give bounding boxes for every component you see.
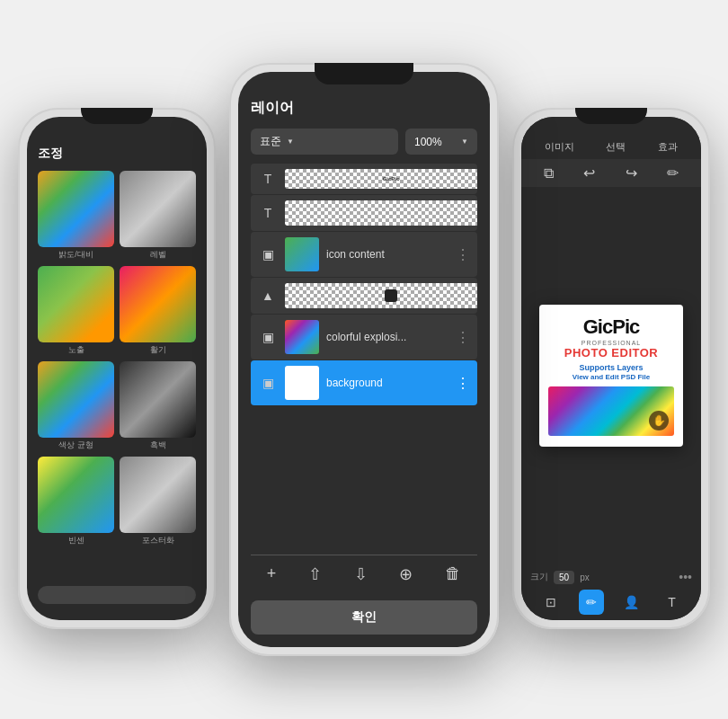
exposure-tool[interactable]: [38, 266, 114, 342]
size-value[interactable]: 50: [554, 571, 574, 584]
size-unit: px: [580, 573, 590, 582]
mode-dropdown-arrow: ▼: [287, 138, 294, 146]
right-screen: 이미지 선택 효과 ⧉ ↩ ↪ ✏ GicPic PROFESSIONAL PH…: [521, 117, 701, 620]
mode-dropdown[interactable]: 표준 ▼: [251, 129, 398, 155]
photo-editor-label: PHOTO EDITOR: [548, 346, 674, 360]
color-splash: ✋: [548, 386, 674, 436]
levels-tool[interactable]: [120, 171, 196, 247]
left-screen: 조정 밝도/대비 레벨 노출: [27, 117, 207, 620]
person-icon[interactable]: 👤: [619, 590, 644, 615]
move-down-button[interactable]: ⇩: [354, 564, 368, 584]
layer-type-icon: ▣: [258, 244, 278, 264]
left-notch: [81, 108, 153, 124]
nav-select[interactable]: 선택: [606, 140, 626, 154]
left-title: 조정: [38, 146, 196, 162]
layer-type-icon: ▣: [258, 373, 278, 393]
confirm-button[interactable]: 확인: [251, 600, 477, 635]
supports-layers-label: Supports Layers: [548, 363, 674, 372]
right-phone: 이미지 선택 효과 ⧉ ↩ ↪ ✏ GicPic PROFESSIONAL PH…: [512, 108, 710, 629]
crop-icon[interactable]: ⊡: [538, 590, 564, 615]
layer-thumbnail: GicPic: [285, 169, 477, 189]
dropdown-row: 표준 ▼ 100% ▼: [251, 129, 477, 155]
layer-thumbnail: [285, 237, 319, 271]
redo-icon[interactable]: ↪: [626, 164, 637, 182]
layer-thumbnail: [285, 200, 477, 226]
more-options-icon[interactable]: •••: [679, 570, 692, 584]
right-bottom-panel: 크기 50 px ••• ⊡ ✏ 👤 T: [521, 564, 701, 620]
layers-icon[interactable]: ⧉: [544, 165, 554, 182]
list-item[interactable]: 활기: [120, 266, 196, 356]
center-screen: 레이어 표준 ▼ 100% ▼ T G: [238, 72, 490, 647]
canvas-area: GicPic PROFESSIONAL PHOTO EDITOR Support…: [521, 187, 701, 564]
professional-label: PROFESSIONAL: [548, 340, 674, 346]
layer-type-icon: T: [258, 203, 278, 223]
vignette-tool[interactable]: [38, 457, 114, 533]
right-notch: [575, 108, 647, 124]
layer-rounded-rect[interactable]: ▲ rounded rectan... ⋮: [251, 278, 477, 314]
tools-grid: 밝도/대비 레벨 노출 활기: [38, 171, 196, 546]
list-item[interactable]: 포스터화: [120, 457, 196, 546]
layer-type-icon: ▲: [258, 286, 278, 306]
layer-thumbnail: [285, 283, 477, 308]
list-item[interactable]: 흑백: [120, 361, 196, 451]
scene: 조정 밝도/대비 레벨 노출: [0, 0, 728, 719]
layer-name: background: [326, 377, 448, 389]
delete-button[interactable]: 🗑: [445, 564, 461, 584]
list-item[interactable]: 밝도/대비: [38, 171, 114, 261]
text-icon[interactable]: T: [660, 590, 685, 615]
bw-tool[interactable]: [120, 361, 196, 438]
gicpic-card: GicPic PROFESSIONAL PHOTO EDITOR Support…: [539, 305, 683, 447]
layer-more-icon[interactable]: ⋮: [456, 375, 470, 392]
layer-gicpic[interactable]: T GicPic GicPic ⋮: [251, 164, 477, 194]
list-item[interactable]: 빈센: [38, 457, 114, 546]
hand-icon[interactable]: ✋: [649, 411, 669, 431]
center-notch: [315, 63, 413, 84]
layer-name: colorful explosi...: [326, 331, 448, 343]
nav-effects[interactable]: 효과: [658, 140, 678, 154]
view-edit-label: View and Edit PSD File: [548, 373, 674, 381]
layer-type-icon: ▣: [258, 327, 278, 347]
left-bottom-bar: [38, 586, 196, 604]
pencil-icon[interactable]: ✏: [579, 590, 604, 615]
layer-actions: + ⇧ ⇩ ⊕ 🗑: [251, 555, 477, 593]
nav-image[interactable]: 이미지: [545, 140, 574, 154]
layer-more-icon[interactable]: ⋮: [456, 329, 470, 346]
color-balance-tool[interactable]: [38, 361, 114, 438]
add-layer-button[interactable]: +: [267, 564, 277, 584]
layer-thumbnail: [285, 320, 319, 354]
move-up-button[interactable]: ⇧: [308, 564, 322, 584]
size-label: 크기: [530, 571, 548, 583]
gicpic-logo: GicPic: [548, 315, 674, 339]
layer-colorful[interactable]: ▣ colorful explosi... ⋮: [251, 315, 477, 360]
layer-icon-content[interactable]: ▣ icon content ⋮: [251, 232, 477, 277]
brightness-tool[interactable]: [38, 171, 114, 247]
opacity-dropdown[interactable]: 100% ▼: [405, 129, 477, 155]
undo-icon[interactable]: ↩: [583, 164, 595, 182]
list-item[interactable]: 노출: [38, 266, 114, 356]
brush-icon[interactable]: ✏: [667, 164, 679, 182]
poster-tool[interactable]: [120, 457, 196, 533]
layer-type-icon: T: [258, 169, 278, 189]
opacity-dropdown-arrow: ▼: [461, 138, 468, 146]
layer-thumbnail: [285, 366, 319, 400]
list-item[interactable]: 레벨: [120, 171, 196, 261]
merge-button[interactable]: ⊕: [399, 564, 413, 584]
tool-row: ⊡ ✏ 👤 T: [530, 590, 692, 615]
center-phone: 레이어 표준 ▼ 100% ▼ T G: [229, 63, 499, 656]
right-toolbar: ⧉ ↩ ↪ ✏: [521, 159, 701, 187]
layer-supports[interactable]: T Supports Layer... ⋮: [251, 195, 477, 231]
layer-more-icon[interactable]: ⋮: [456, 246, 470, 263]
vibrance-tool[interactable]: [120, 266, 196, 342]
layer-background[interactable]: ▣ background ⋮: [251, 360, 477, 405]
layer-name: icon content: [326, 248, 448, 261]
list-item[interactable]: 색상 균형: [38, 361, 114, 451]
layer-list: T GicPic GicPic ⋮ T Supports Layer... ⋮: [251, 164, 477, 549]
left-phone: 조정 밝도/대비 레벨 노출: [18, 108, 216, 629]
center-title: 레이어: [251, 99, 477, 118]
